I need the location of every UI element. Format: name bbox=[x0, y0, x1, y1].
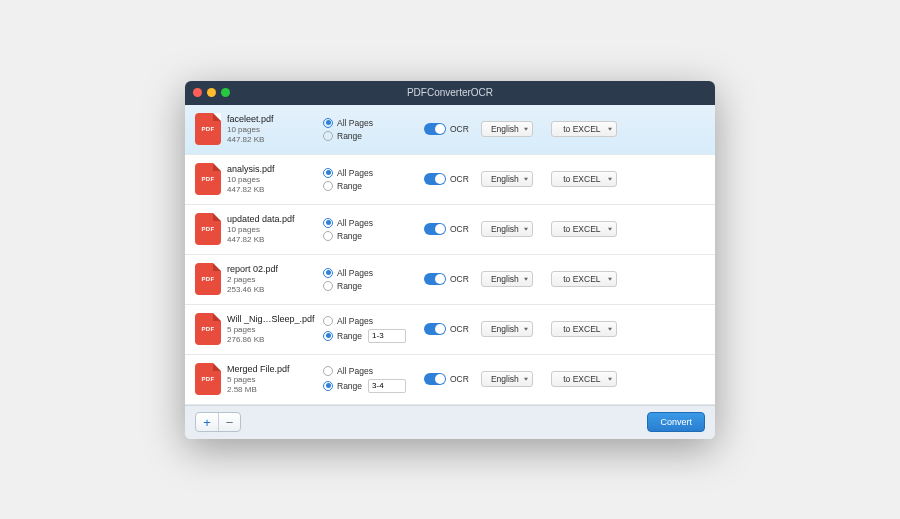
radio-range-label: Range bbox=[337, 231, 362, 241]
ocr-toggle[interactable] bbox=[424, 123, 446, 135]
window-title: PDFConverterOCR bbox=[185, 87, 715, 98]
file-info: report 02.pdf2 pages253.46 KB bbox=[227, 264, 317, 294]
ocr-label: OCR bbox=[450, 224, 469, 234]
file-row[interactable]: PDFMerged File.pdf5 pages2.58 MBAll Page… bbox=[185, 355, 715, 405]
pdf-file-icon: PDF bbox=[195, 363, 221, 395]
language-dropdown[interactable]: English bbox=[481, 121, 533, 137]
file-size: 253.46 KB bbox=[227, 285, 317, 294]
language-dropdown[interactable]: English bbox=[481, 371, 533, 387]
footer-toolbar: + − Convert bbox=[185, 405, 715, 439]
format-dropdown[interactable]: to EXCEL bbox=[551, 121, 617, 137]
language-dropdown[interactable]: English bbox=[481, 271, 533, 287]
radio-range[interactable] bbox=[323, 331, 333, 341]
radio-range-label: Range bbox=[337, 131, 362, 141]
language-dropdown[interactable]: English bbox=[481, 321, 533, 337]
pdf-badge-text: PDF bbox=[202, 226, 215, 232]
language-dropdown[interactable]: English bbox=[481, 221, 533, 237]
pdf-badge-text: PDF bbox=[202, 126, 215, 132]
radio-all-pages[interactable] bbox=[323, 316, 333, 326]
remove-file-button[interactable]: − bbox=[218, 413, 240, 431]
format-dropdown[interactable]: to EXCEL bbox=[551, 371, 617, 387]
radio-all-pages-label: All Pages bbox=[337, 118, 373, 128]
radio-range[interactable] bbox=[323, 181, 333, 191]
titlebar: PDFConverterOCR bbox=[185, 81, 715, 105]
add-file-button[interactable]: + bbox=[196, 413, 218, 431]
file-row[interactable]: PDFanalysis.pdf10 pages447.82 KBAll Page… bbox=[185, 155, 715, 205]
pdf-badge-text: PDF bbox=[202, 326, 215, 332]
radio-all-pages[interactable] bbox=[323, 366, 333, 376]
radio-all-pages[interactable] bbox=[323, 268, 333, 278]
file-info: Merged File.pdf5 pages2.58 MB bbox=[227, 364, 317, 394]
radio-range-label: Range bbox=[337, 181, 362, 191]
radio-all-pages[interactable] bbox=[323, 218, 333, 228]
language-value: English bbox=[491, 124, 519, 134]
minimize-window-button[interactable] bbox=[207, 88, 216, 97]
format-dropdown[interactable]: to EXCEL bbox=[551, 271, 617, 287]
pdf-badge-text: PDF bbox=[202, 176, 215, 182]
ocr-group: OCR bbox=[424, 223, 469, 235]
ocr-toggle[interactable] bbox=[424, 373, 446, 385]
convert-button[interactable]: Convert bbox=[647, 412, 705, 432]
radio-range-label: Range bbox=[337, 281, 362, 291]
page-selection: All PagesRange bbox=[323, 118, 418, 141]
page-selection: All PagesRange bbox=[323, 316, 418, 343]
file-row[interactable]: PDFfaceleet.pdf10 pages447.82 KBAll Page… bbox=[185, 105, 715, 155]
ocr-label: OCR bbox=[450, 124, 469, 134]
app-window: PDFConverterOCR PDFfaceleet.pdf10 pages4… bbox=[185, 81, 715, 439]
language-value: English bbox=[491, 324, 519, 334]
close-window-button[interactable] bbox=[193, 88, 202, 97]
file-row[interactable]: PDFWill _Nig…Sleep_.pdf5 pages276.86 KBA… bbox=[185, 305, 715, 355]
file-size: 447.82 KB bbox=[227, 135, 317, 144]
radio-range[interactable] bbox=[323, 281, 333, 291]
pdf-badge-text: PDF bbox=[202, 276, 215, 282]
zoom-window-button[interactable] bbox=[221, 88, 230, 97]
radio-all-pages[interactable] bbox=[323, 168, 333, 178]
format-dropdown[interactable]: to EXCEL bbox=[551, 321, 617, 337]
ocr-group: OCR bbox=[424, 123, 469, 135]
ocr-toggle[interactable] bbox=[424, 273, 446, 285]
radio-range-label: Range bbox=[337, 381, 362, 391]
format-value: to EXCEL bbox=[563, 174, 600, 184]
radio-all-pages-label: All Pages bbox=[337, 218, 373, 228]
radio-range[interactable] bbox=[323, 231, 333, 241]
radio-all-pages-label: All Pages bbox=[337, 366, 373, 376]
ocr-toggle[interactable] bbox=[424, 223, 446, 235]
ocr-label: OCR bbox=[450, 324, 469, 334]
range-input[interactable] bbox=[368, 329, 406, 343]
format-value: to EXCEL bbox=[563, 324, 600, 334]
format-dropdown[interactable]: to EXCEL bbox=[551, 221, 617, 237]
ocr-toggle[interactable] bbox=[424, 173, 446, 185]
file-pages: 5 pages bbox=[227, 375, 317, 384]
file-name: analysis.pdf bbox=[227, 164, 317, 174]
file-name: faceleet.pdf bbox=[227, 114, 317, 124]
ocr-group: OCR bbox=[424, 273, 469, 285]
ocr-label: OCR bbox=[450, 274, 469, 284]
file-info: Will _Nig…Sleep_.pdf5 pages276.86 KB bbox=[227, 314, 317, 344]
pdf-file-icon: PDF bbox=[195, 213, 221, 245]
format-dropdown[interactable]: to EXCEL bbox=[551, 171, 617, 187]
ocr-toggle[interactable] bbox=[424, 323, 446, 335]
format-value: to EXCEL bbox=[563, 224, 600, 234]
ocr-group: OCR bbox=[424, 323, 469, 335]
page-selection: All PagesRange bbox=[323, 168, 418, 191]
language-dropdown[interactable]: English bbox=[481, 171, 533, 187]
add-remove-group: + − bbox=[195, 412, 241, 432]
file-row[interactable]: PDFupdated data.pdf10 pages447.82 KBAll … bbox=[185, 205, 715, 255]
radio-all-pages-label: All Pages bbox=[337, 168, 373, 178]
file-name: Will _Nig…Sleep_.pdf bbox=[227, 314, 317, 324]
language-value: English bbox=[491, 274, 519, 284]
pdf-file-icon: PDF bbox=[195, 113, 221, 145]
ocr-label: OCR bbox=[450, 374, 469, 384]
file-info: updated data.pdf10 pages447.82 KB bbox=[227, 214, 317, 244]
radio-range[interactable] bbox=[323, 381, 333, 391]
language-value: English bbox=[491, 374, 519, 384]
format-value: to EXCEL bbox=[563, 374, 600, 384]
radio-all-pages[interactable] bbox=[323, 118, 333, 128]
radio-range[interactable] bbox=[323, 131, 333, 141]
file-size: 447.82 KB bbox=[227, 185, 317, 194]
file-size: 276.86 KB bbox=[227, 335, 317, 344]
file-pages: 5 pages bbox=[227, 325, 317, 334]
file-pages: 10 pages bbox=[227, 225, 317, 234]
range-input[interactable] bbox=[368, 379, 406, 393]
file-row[interactable]: PDFreport 02.pdf2 pages253.46 KBAll Page… bbox=[185, 255, 715, 305]
